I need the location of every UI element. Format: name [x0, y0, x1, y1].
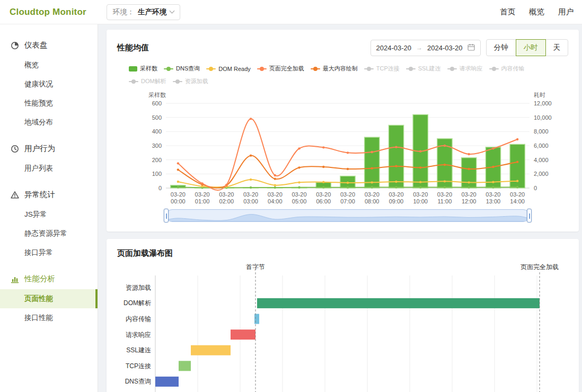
data-zoom-preview [166, 210, 529, 221]
markers: 首字节页面完全加载 [246, 263, 559, 392]
axis-label: 10,000 [534, 114, 552, 121]
sidebar-item-0-1[interactable]: 健康状况 [0, 75, 98, 94]
arrow-right-icon: → [416, 44, 422, 51]
legend-marker-line [257, 66, 267, 72]
sidebar-section-2: 异常统计JS异常静态资源异常接口异常 [0, 184, 98, 262]
legend-marker-dot [367, 67, 371, 71]
environment-label: 环境： [113, 7, 135, 17]
granularity-button-1[interactable]: 小时 [516, 39, 546, 56]
sidebar-item-0-3[interactable]: 地域分布 [0, 113, 98, 132]
axis-label: 8,000 [534, 128, 549, 135]
axis-label: TCP连接 [126, 362, 151, 370]
axis-label: DOM解析 [124, 299, 151, 307]
legend-label: DNS查询 [176, 65, 200, 73]
legend-label: 请求响应 [460, 65, 483, 73]
legend-marker-line [489, 66, 499, 72]
axis-label: 请求响应 [126, 331, 151, 338]
svg-text:03-2009:00: 03-2009:00 [389, 191, 403, 204]
legend-item-1[interactable]: DNS查询 [164, 65, 200, 73]
date-end[interactable]: 2024-03-20 [427, 44, 463, 52]
axis-label: 0 [534, 185, 537, 191]
legend-item-6[interactable]: SSL建连 [406, 65, 441, 73]
axis-label: 耗时 [534, 92, 545, 98]
legend-marker-line [173, 79, 182, 84]
clock-icon [11, 145, 19, 153]
card-head: 页面加载瀑布图 [117, 248, 568, 259]
legend-marker-line [164, 66, 173, 72]
legend-item-7[interactable]: 请求响应 [447, 65, 483, 73]
legend-marker-bar [129, 66, 137, 72]
card-title: 性能均值 [117, 43, 149, 53]
granularity-button-0[interactable]: 分钟 [486, 39, 516, 56]
sidebar-section-header-0[interactable]: 仪表盘 [0, 35, 98, 56]
sidebar-item-0-0[interactable]: 概览 [0, 56, 98, 75]
svg-text:03-2014:00: 03-2014:00 [510, 191, 525, 204]
data-zoom-track[interactable] [166, 209, 530, 222]
legend-item-8[interactable]: 内容传输 [489, 65, 525, 73]
bar [365, 137, 380, 188]
legend-marker-dot [166, 67, 171, 71]
sidebar-item-0-2[interactable]: 性能预览 [0, 94, 98, 113]
axis-label: 内容传输 [126, 315, 151, 323]
waterfall-bar [257, 298, 540, 308]
svg-text:03-2010:00: 03-2010:00 [413, 191, 428, 204]
legend-item-10[interactable]: 资源加载 [173, 77, 208, 85]
sidebar-section-header-3[interactable]: 性能分析 [0, 269, 98, 289]
legend-item-9[interactable]: DOM解析 [129, 77, 166, 85]
svg-text:03-2000:00: 03-2000:00 [171, 191, 186, 204]
card-title: 页面加载瀑布图 [117, 248, 173, 259]
sidebar-item-2-0[interactable]: JS异常 [0, 205, 98, 224]
granularity-switch: 分钟小时天 [486, 39, 569, 56]
chart-controls: 2024-03-20 → 2024-03-20 分钟小时天 [371, 39, 569, 56]
axis-label: DNS查询 [125, 378, 151, 385]
top-header: Cloudtop Monitor 环境： 生产环境 首页概览用户 [0, 0, 582, 24]
nav-item-0[interactable]: 首页 [500, 7, 515, 17]
legend-item-2[interactable]: DOM Ready [206, 65, 251, 73]
sidebar-item-1-0[interactable]: 用户列表 [0, 159, 98, 178]
axis-label: 资源加载 [126, 284, 151, 291]
sidebar-section-header-1[interactable]: 用户行为 [0, 138, 98, 159]
sidebar-section-header-2[interactable]: 异常统计 [0, 184, 98, 205]
sidebar-item-3-0[interactable]: 页面性能 [0, 289, 98, 308]
axis-label: 400 [152, 128, 162, 135]
legend-label: 内容传输 [501, 65, 525, 73]
x-axis-labels: 03-2000:0003-2001:0003-2002:0003-2003:00… [171, 191, 525, 204]
waterfall-bar [179, 361, 191, 371]
waterfall-bars [155, 298, 540, 387]
legend-item-5[interactable]: TCP连接 [364, 65, 400, 73]
legend-label: 采样数 [140, 65, 157, 73]
zoom-handle-left[interactable] [164, 209, 169, 222]
nav-item-1[interactable]: 概览 [529, 7, 544, 17]
date-start[interactable]: 2024-03-20 [376, 44, 412, 52]
sidebar-item-2-2[interactable]: 接口异常 [0, 243, 98, 262]
legend-label: SSL建连 [418, 65, 441, 73]
svg-text:03-2011:00: 03-2011:00 [437, 191, 452, 204]
axis-label: 12,000 [534, 100, 552, 106]
axis-label: 500 [152, 114, 162, 121]
svg-text:03-2001:00: 03-2001:00 [195, 191, 210, 204]
legend-item-3[interactable]: 页面完全加载 [257, 65, 304, 73]
legend-item-4[interactable]: 最大内容绘制 [311, 65, 358, 73]
legend-marker-line [311, 66, 320, 72]
legend-marker-dot [450, 67, 454, 71]
legend-marker-dot [313, 67, 318, 71]
axis-label: 首字节 [246, 263, 265, 271]
data-zoom-slider[interactable] [166, 209, 530, 222]
axis-label: 6,000 [534, 142, 549, 149]
nav-item-2[interactable]: 用户 [558, 7, 574, 17]
sidebar-item-2-1[interactable]: 静态资源异常 [0, 224, 98, 243]
legend-item-0[interactable]: 采样数 [129, 65, 157, 73]
environment-value: 生产环境 [138, 7, 166, 17]
sidebar-item-3-1[interactable]: 接口性能 [0, 308, 98, 327]
axis-label: 页面完全加载 [521, 263, 559, 271]
zoom-handle-right[interactable] [527, 209, 532, 222]
sidebar-section-0: 仪表盘概览健康状况性能预览地域分布 [0, 35, 98, 132]
calendar-icon [468, 43, 475, 52]
legend-label: DOM Ready [218, 66, 251, 72]
environment-select[interactable]: 环境： 生产环境 [107, 4, 181, 20]
granularity-button-2[interactable]: 天 [545, 39, 569, 56]
axis-label: 600 [152, 100, 162, 106]
waterfall-bar [155, 377, 179, 387]
date-range-picker[interactable]: 2024-03-20 → 2024-03-20 [371, 40, 481, 56]
legend-label: 资源加载 [185, 77, 208, 85]
